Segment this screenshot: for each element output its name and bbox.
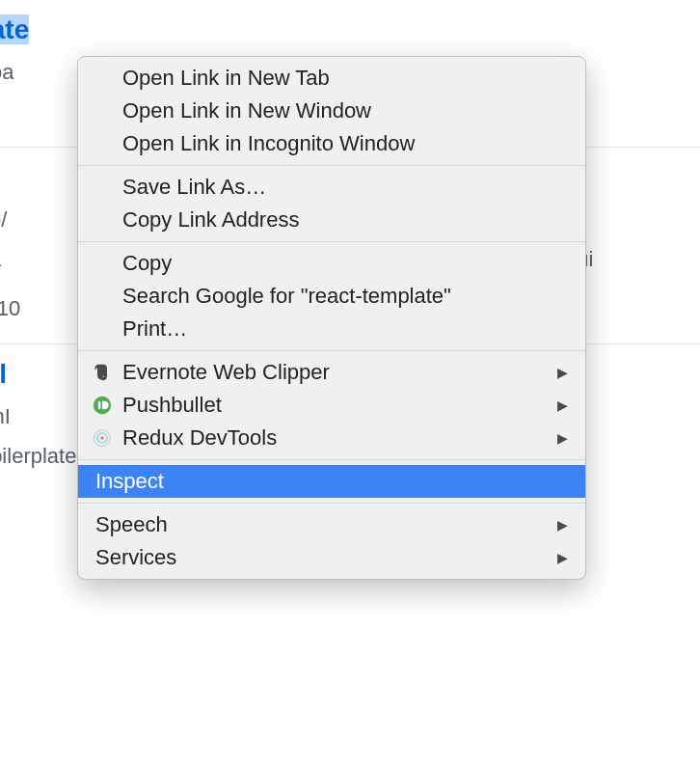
- menu-print[interactable]: Print…: [78, 313, 585, 345]
- fork-stat-2: 1,310: [0, 292, 20, 326]
- menu-separator: [78, 350, 585, 351]
- submenu-arrow-icon: ▶: [557, 510, 568, 539]
- menu-separator: [78, 241, 585, 242]
- fork-count-2: 1,310: [0, 296, 20, 320]
- repo-title: mplate: [0, 10, 700, 50]
- menu-label: Services: [95, 543, 176, 572]
- submenu-arrow-icon: ▶: [557, 543, 568, 572]
- desc-left: a data: [0, 247, 1, 271]
- menu-open-new-window[interactable]: Open Link in New Window: [78, 95, 585, 127]
- svg-rect-1: [98, 401, 101, 409]
- pushbullet-icon: [92, 395, 113, 416]
- menu-label: Search Google for "react-template": [122, 282, 451, 311]
- menu-pushbullet[interactable]: Pushbullet ▶: [78, 389, 585, 422]
- menu-search-google[interactable]: Search Google for "react-template": [78, 280, 585, 313]
- menu-inspect[interactable]: Inspect: [78, 465, 585, 498]
- menu-redux-devtools[interactable]: Redux DevTools ▶: [78, 422, 585, 454]
- redux-icon: [92, 427, 113, 449]
- menu-separator: [78, 165, 585, 166]
- menu-copy-link-address[interactable]: Copy Link Address: [78, 204, 585, 236]
- menu-open-incognito[interactable]: Open Link in Incognito Window: [78, 127, 585, 160]
- menu-label: Save Link As…: [122, 173, 266, 202]
- submenu-arrow-icon: ▶: [557, 391, 568, 420]
- menu-label: Open Link in Incognito Window: [122, 129, 415, 158]
- menu-label: Evernote Web Clipper: [122, 358, 330, 387]
- menu-save-link-as[interactable]: Save Link As…: [78, 171, 585, 204]
- menu-label: Pushbullet: [122, 391, 222, 420]
- repo-link-1[interactable]: mplate: [0, 14, 29, 44]
- repo-link-3[interactable]: ilerpl: [0, 359, 7, 389]
- menu-label: Speech: [95, 510, 168, 539]
- menu-open-new-tab[interactable]: Open Link in New Tab: [78, 62, 585, 95]
- menu-label: Print…: [122, 315, 187, 343]
- menu-speech[interactable]: Speech ▶: [78, 508, 585, 541]
- submenu-arrow-icon: ▶: [557, 358, 568, 387]
- submenu-arrow-icon: ▶: [557, 424, 568, 452]
- context-menu: Open Link in New Tab Open Link in New Wi…: [77, 56, 586, 580]
- menu-evernote[interactable]: Evernote Web Clipper ▶: [78, 356, 585, 389]
- menu-label: Open Link in New Tab: [122, 64, 330, 93]
- menu-label: Copy: [122, 249, 172, 278]
- menu-copy[interactable]: Copy: [78, 247, 585, 280]
- menu-separator: [78, 459, 585, 460]
- menu-separator: [78, 503, 585, 504]
- svg-point-4: [100, 436, 103, 439]
- menu-label: Open Link in New Window: [122, 96, 371, 125]
- menu-label: Redux DevTools: [122, 424, 277, 452]
- menu-label: Copy Link Address: [122, 205, 299, 234]
- menu-services[interactable]: Services ▶: [78, 541, 585, 574]
- evernote-icon: [92, 362, 113, 383]
- menu-label: Inspect: [95, 467, 164, 496]
